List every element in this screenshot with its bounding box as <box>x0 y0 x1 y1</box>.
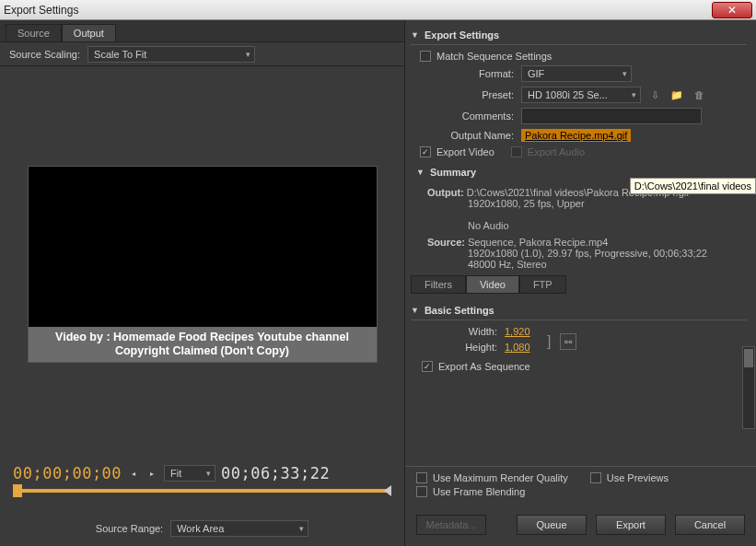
export-as-sequence-checkbox[interactable] <box>422 361 433 372</box>
save-preset-icon[interactable]: ⇩ <box>646 87 663 103</box>
scrollbar[interactable] <box>742 346 755 429</box>
cancel-button[interactable]: Cancel <box>675 515 745 535</box>
titlebar: Export Settings ✕ <box>0 0 756 20</box>
export-button[interactable]: Export <box>596 515 666 535</box>
scaling-label: Source Scaling: <box>9 49 80 60</box>
export-settings-header[interactable]: ▼Export Settings <box>411 26 747 45</box>
duration-timecode: 00;06;33;22 <box>221 464 391 482</box>
tab-source[interactable]: Source <box>6 24 62 41</box>
step-forward-icon[interactable]: ▸ <box>145 467 158 480</box>
width-value[interactable]: 1,920 <box>505 326 541 337</box>
comments-input[interactable] <box>521 108 702 124</box>
step-back-icon[interactable]: ◂ <box>127 467 140 480</box>
queue-button[interactable]: Queue <box>517 515 587 535</box>
output-name-label: Output Name: <box>411 130 521 141</box>
height-value[interactable]: 1,080 <box>505 342 541 353</box>
format-dropdown[interactable]: GIF <box>521 65 632 82</box>
tab-output[interactable]: Output <box>62 24 116 41</box>
source-range-label: Source Range: <box>96 523 163 534</box>
scaling-dropdown[interactable]: Scale To Fit <box>87 46 255 63</box>
watermark-overlay: Video by : Homemade Food Recipes Youtube… <box>29 327 377 362</box>
summary-output-label: Output: <box>427 187 464 198</box>
video-preview[interactable]: Video by : Homemade Food Recipes Youtube… <box>28 166 378 363</box>
output-name-link[interactable]: Pakora Recipe.mp4.gif <box>521 129 631 142</box>
delete-preset-icon[interactable]: 🗑 <box>691 87 707 103</box>
height-label: Height: <box>422 342 505 353</box>
source-range-dropdown[interactable]: Work Area <box>170 520 308 537</box>
path-tooltip: D:\Cows\2021\final videos <box>630 178 756 194</box>
preset-dropdown[interactable]: HD 1080i 25 Se... <box>521 87 641 103</box>
use-previews-checkbox[interactable] <box>590 472 601 483</box>
close-button[interactable]: ✕ <box>712 2 752 18</box>
timeline-slider[interactable] <box>13 489 391 505</box>
triangle-down-icon: ▼ <box>411 30 419 40</box>
comments-label: Comments: <box>411 110 521 122</box>
width-label: Width: <box>422 326 505 337</box>
playhead-icon[interactable] <box>13 484 22 497</box>
preset-label: Preset: <box>411 89 521 100</box>
metadata-button[interactable]: Metadata... <box>416 515 486 535</box>
export-video-checkbox[interactable] <box>420 146 431 157</box>
scrollbar-thumb[interactable] <box>744 349 753 367</box>
basic-settings-header[interactable]: ▼Basic Settings <box>411 301 747 320</box>
triangle-down-icon: ▼ <box>416 168 425 177</box>
tab-ftp[interactable]: FTP <box>519 275 566 294</box>
tab-filters[interactable]: Filters <box>411 275 466 294</box>
window-title: Export Settings <box>4 4 712 17</box>
current-timecode[interactable]: 00;00;00;00 <box>13 464 122 482</box>
export-audio-checkbox <box>511 146 522 157</box>
max-render-quality-checkbox[interactable] <box>416 472 427 483</box>
match-sequence-label: Match Sequence Settings <box>436 51 552 62</box>
preview-area: Video by : Homemade Food Recipes Youtube… <box>0 66 404 459</box>
import-preset-icon[interactable]: 📁 <box>669 87 685 103</box>
tab-video[interactable]: Video <box>466 275 519 294</box>
match-sequence-checkbox[interactable] <box>420 51 431 62</box>
bracket-icon: ] <box>547 333 551 350</box>
triangle-down-icon: ▼ <box>411 306 419 315</box>
frame-blending-checkbox[interactable] <box>416 486 427 497</box>
summary-source-label: Source: <box>427 237 465 248</box>
zoom-dropdown[interactable]: Fit <box>164 465 215 482</box>
out-point-icon[interactable] <box>384 485 391 496</box>
preview-tabs: Source Output <box>0 20 404 42</box>
format-label: Format: <box>411 68 521 79</box>
link-dimensions-icon[interactable]: ⚯ <box>560 333 576 350</box>
